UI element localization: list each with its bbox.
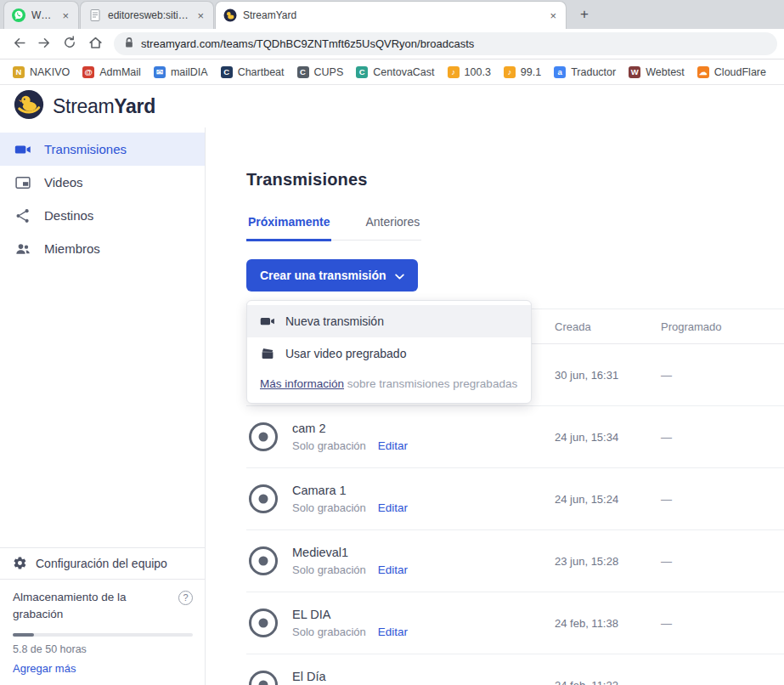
scheduled-cell: —	[661, 679, 784, 685]
bookmark-100-3[interactable]: ♪100.3	[442, 64, 497, 81]
more-info-link[interactable]: Más información	[260, 377, 344, 390]
broadcast-type: Solo grabación	[292, 626, 366, 638]
bookmark-admmail[interactable]: @AdmMail	[76, 64, 147, 81]
edit-link[interactable]: Editar	[378, 501, 408, 514]
bookmark-maildia[interactable]: ✉mailDIA	[148, 64, 214, 81]
add-more-link[interactable]: Agregar más	[13, 662, 76, 675]
menu-item-video-pregrabado[interactable]: Usar video pregrabado	[247, 337, 531, 370]
clapperboard-icon	[260, 346, 275, 361]
home-icon	[87, 35, 104, 54]
team-settings-label: Configuración del equipo	[36, 557, 167, 570]
broadcast-title: cam 2	[292, 422, 408, 435]
admmail-icon: @	[82, 66, 94, 78]
bookmark-99-1[interactable]: ♪99.1	[498, 64, 547, 81]
bookmark-cups[interactable]: CCUPS	[291, 64, 350, 81]
broadcast-type: Solo grabación	[292, 563, 366, 576]
scheduled-cell: —	[661, 369, 784, 382]
browser-tab-streamyard[interactable]: StreamYard ×	[215, 1, 567, 29]
radio-99-1-icon: ♪	[504, 66, 516, 78]
bookmark-traductor[interactable]: aTraductor	[548, 64, 622, 81]
record-icon	[246, 482, 280, 516]
menu-item-nueva-transmision[interactable]: Nueva transmisión	[247, 305, 531, 337]
forward-button[interactable]	[32, 32, 56, 56]
back-button[interactable]	[7, 32, 31, 56]
share-icon	[14, 207, 31, 224]
home-button[interactable]	[83, 32, 107, 56]
created-cell: 24 feb, 11:22	[555, 679, 661, 685]
table-row: EL DIASolo grabaciónEditar 24 feb, 11:38…	[246, 592, 784, 654]
traductor-icon: a	[554, 66, 566, 78]
tab-close-icon[interactable]: ×	[548, 10, 558, 21]
scheduled-cell: —	[661, 555, 784, 568]
cups-icon: C	[297, 66, 309, 78]
bookmark-nakivo[interactable]: NNAKIVO	[7, 64, 76, 81]
bookmark-centovacast[interactable]: CCentovaCast	[350, 64, 440, 81]
reload-button[interactable]	[58, 32, 82, 56]
maildia-icon: ✉	[154, 66, 166, 78]
column-scheduled: Programado	[661, 320, 784, 333]
tab-proximamente[interactable]: Próximamente	[246, 215, 331, 241]
sidebar-item-destinos[interactable]: Destinos	[0, 199, 205, 232]
help-icon[interactable]: ?	[178, 591, 193, 605]
centovacast-icon: C	[356, 66, 368, 78]
tab-title: WhatsApp	[31, 9, 54, 21]
sidebar-item-videos[interactable]: Videos	[0, 166, 205, 199]
storage-panel: Almacenamiento de la grabación ? 5.8 de …	[0, 579, 205, 685]
storage-bar-fill	[13, 633, 34, 637]
create-broadcast-area: Crear una transmisión Nueva transmisión …	[246, 259, 418, 292]
tab-title: editoresweb:sitioweb:eldia.co	[108, 9, 189, 21]
members-icon	[14, 241, 31, 258]
camera-icon	[260, 314, 275, 329]
sidebar-item-transmisiones[interactable]: Transmisiones	[0, 133, 205, 166]
tab-close-icon[interactable]: ×	[60, 10, 71, 21]
bookmark-chartbeat[interactable]: CChartbeat	[215, 64, 290, 81]
record-icon	[246, 668, 280, 685]
record-icon	[246, 606, 280, 640]
edit-link[interactable]: Editar	[378, 439, 408, 452]
bookmark-webtest[interactable]: WWebtest	[623, 64, 691, 81]
address-bar[interactable]	[114, 32, 777, 55]
storage-title: Almacenamiento de la grabación	[13, 589, 170, 624]
record-icon	[246, 544, 280, 578]
chevron-down-icon	[395, 269, 404, 282]
created-cell: 30 jun, 16:31	[555, 369, 661, 382]
browser-window: WhatsApp × editoresweb:sitioweb:eldia.co…	[0, 0, 784, 685]
brand-wordmark: StreamYard	[53, 95, 155, 118]
broadcast-tabs: Próximamente Anteriores	[246, 215, 421, 241]
edit-link[interactable]: Editar	[378, 563, 408, 576]
sidebar-item-miembros[interactable]: Miembros	[0, 232, 205, 265]
webtest-icon: W	[629, 66, 640, 78]
tab-close-icon[interactable]: ×	[195, 10, 206, 21]
broadcast-title: Camara 1	[292, 484, 408, 497]
back-icon	[11, 35, 27, 54]
cloudflare-icon: ☁	[697, 66, 709, 78]
browser-toolbar	[0, 29, 784, 59]
nakivo-icon: N	[13, 66, 25, 78]
storage-bar	[13, 633, 193, 637]
column-created: Creada	[555, 320, 661, 333]
bookmark-cloudflare[interactable]: ☁CloudFlare	[691, 64, 772, 81]
browser-tab-whatsapp[interactable]: WhatsApp ×	[3, 1, 79, 29]
tab-title: StreamYard	[243, 9, 542, 21]
table-row: cam 2Solo grabaciónEditar 24 jun, 15:34 …	[246, 406, 784, 468]
sidebar: Transmisiones Videos Destinos Miembros C…	[0, 127, 206, 685]
main-panel: Transmisiones Próximamente Anteriores Cr…	[206, 127, 784, 685]
gear-icon	[13, 556, 27, 570]
page-icon	[88, 8, 102, 22]
browser-tabstrip: WhatsApp × editoresweb:sitioweb:eldia.co…	[0, 0, 784, 29]
tab-anteriores[interactable]: Anteriores	[364, 215, 421, 241]
url-input[interactable]	[141, 37, 767, 50]
browser-tab-editoresweb[interactable]: editoresweb:sitioweb:eldia.co ×	[80, 1, 214, 29]
streamyard-favicon-icon	[223, 8, 237, 22]
new-tab-button[interactable]: +	[573, 3, 595, 25]
create-broadcast-button[interactable]: Crear una transmisión	[246, 259, 418, 292]
create-broadcast-menu: Nueva transmisión Usar video pregrabado …	[246, 300, 532, 404]
created-cell: 23 jun, 15:28	[555, 555, 661, 568]
created-cell: 24 jun, 15:34	[555, 431, 661, 444]
edit-link[interactable]: Editar	[378, 626, 408, 638]
streamyard-logo[interactable]	[14, 89, 44, 123]
pre-recorded-info: Más información sobre transmisiones preg…	[247, 370, 531, 401]
team-settings-button[interactable]: Configuración del equipo	[0, 547, 205, 579]
sidebar-footer: Configuración del equipo Almacenamiento …	[0, 547, 205, 685]
reload-icon	[62, 35, 77, 53]
